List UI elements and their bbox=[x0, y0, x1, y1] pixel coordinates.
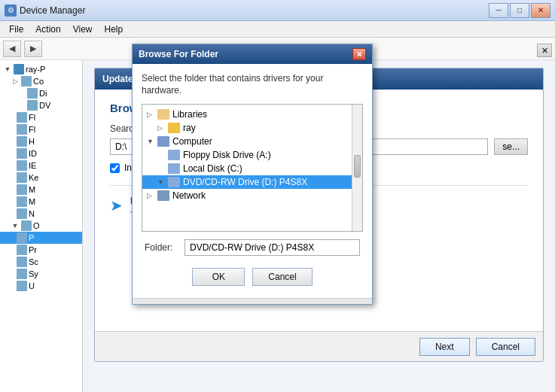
expand-icon: ▷ bbox=[147, 111, 157, 118]
dialog-buttons: OK Cancel bbox=[142, 263, 363, 289]
scrollbar-track[interactable] bbox=[352, 105, 362, 231]
folder-icon bbox=[157, 109, 169, 120]
folder-icon bbox=[168, 150, 180, 160]
folder-icon bbox=[168, 177, 180, 187]
folder-item-network[interactable]: ▷ Network bbox=[142, 189, 362, 202]
folder-item-libraries[interactable]: ▷ Libraries bbox=[142, 108, 362, 121]
folder-field-row: Folder: DVD/CD-RW Drive (D:) P4S8X bbox=[142, 239, 363, 256]
folder-icon bbox=[168, 123, 180, 133]
dialog-title: Browse For Folder bbox=[139, 49, 352, 59]
folder-value: DVD/CD-RW Drive (D:) P4S8X bbox=[184, 239, 360, 256]
dialog-overlay: Browse For Folder ✕ Select the folder th… bbox=[0, 0, 555, 392]
dialog-body: Select the folder that contains drivers … bbox=[133, 64, 372, 298]
dialog-ok-button[interactable]: OK bbox=[192, 268, 245, 286]
folder-item-ray[interactable]: ▷ ray bbox=[142, 121, 362, 135]
expand-icon: ▼ bbox=[147, 138, 157, 145]
expand-icon: ▷ bbox=[147, 192, 157, 199]
dialog-close-button[interactable]: ✕ bbox=[352, 48, 366, 60]
dialog-footer bbox=[133, 298, 372, 304]
browse-folder-dialog: Browse For Folder ✕ Select the folder th… bbox=[132, 44, 373, 305]
computer-icon bbox=[157, 136, 169, 147]
dialog-instruction: Select the folder that contains drivers … bbox=[142, 73, 363, 96]
expand-icon: ▼ bbox=[157, 178, 168, 186]
dialog-cancel-button[interactable]: Cancel bbox=[252, 268, 312, 286]
folder-item-floppy[interactable]: Floppy Disk Drive (A:) bbox=[142, 148, 362, 162]
folder-item-dvd[interactable]: ▼ DVD/CD-RW Drive (D:) P4S8X bbox=[142, 175, 362, 189]
expand-icon: ▷ bbox=[157, 124, 168, 132]
folder-icon bbox=[168, 163, 180, 174]
folder-item-local-disk[interactable]: Local Disk (C:) bbox=[142, 162, 362, 175]
folder-tree[interactable]: ▷ Libraries ▷ ray ▼ Computer bbox=[142, 104, 363, 232]
network-icon bbox=[157, 190, 169, 201]
dialog-title-bar: Browse For Folder ✕ bbox=[133, 44, 372, 64]
folder-label: Folder: bbox=[145, 242, 178, 253]
folder-item-computer[interactable]: ▼ Computer bbox=[142, 135, 362, 148]
scrollbar-thumb[interactable] bbox=[354, 155, 361, 178]
